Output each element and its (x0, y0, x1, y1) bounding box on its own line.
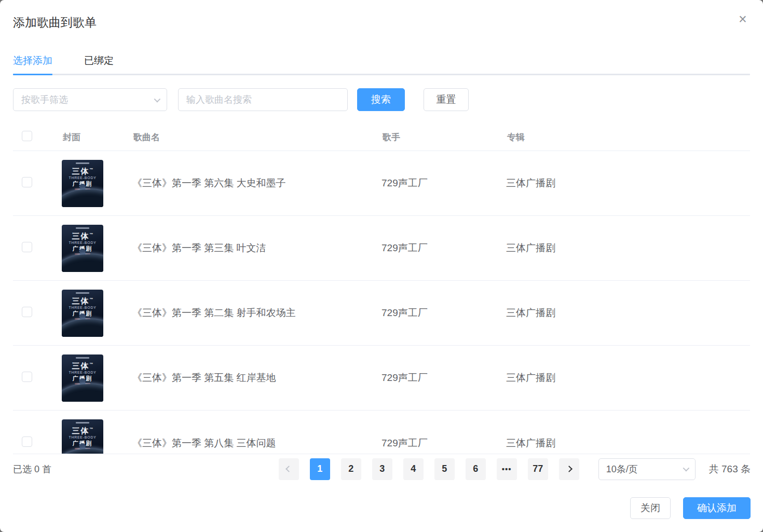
song-search-placeholder: 输入歌曲名搜索 (186, 93, 252, 106)
dialog-title: 添加歌曲到歌单 (13, 15, 748, 30)
tab-select-add[interactable]: 选择添加 (13, 54, 52, 74)
select-all-checkbox[interactable] (22, 131, 32, 141)
tab-list: 选择添加 已绑定 (13, 54, 750, 74)
cover-logo-text: 三体™ (62, 295, 103, 305)
col-header-song: 歌曲名 (132, 131, 382, 143)
next-page-button[interactable] (559, 458, 579, 480)
tab-bar: 选择添加 已绑定 (0, 54, 763, 74)
cover-english-text: THREE-BODY (65, 175, 100, 180)
cover-planet-graphic (62, 384, 103, 402)
selected-count-text: 已选 0 首 (13, 463, 51, 475)
artist-name: 729声工厂 (382, 306, 506, 320)
page-button-5[interactable]: 5 (434, 458, 455, 480)
list-footer: 已选 0 首 123456•••77 10条/页 共 763 条 (0, 454, 763, 484)
row-checkbox[interactable] (22, 372, 32, 382)
cover-english-text: THREE-BODY (65, 435, 100, 440)
table-header: 封面 歌曲名 歌手 专辑 (13, 124, 750, 151)
album-name: 三体广播剧 (506, 176, 750, 190)
album-name: 三体广播剧 (506, 371, 750, 385)
cover-top-decoration (76, 227, 89, 229)
table-row: 三体™ THREE-BODY 广播剧 《三体》第一季 第五集 红岸基地 729声… (13, 346, 750, 411)
album-cover-image: 三体™ THREE-BODY 广播剧 (62, 290, 103, 337)
total-count-text: 共 763 条 (709, 462, 751, 476)
pagination: 123456•••77 (279, 458, 579, 480)
cover-planet-graphic (62, 254, 103, 272)
song-name: 《三体》第一季 第三集 叶文洁 (132, 241, 382, 255)
page-button-2[interactable]: 2 (341, 458, 361, 480)
song-name: 《三体》第一季 第二集 射手和农场主 (132, 306, 382, 320)
artist-name: 729声工厂 (382, 176, 506, 190)
col-header-album: 专辑 (506, 131, 750, 143)
col-header-artist: 歌手 (382, 131, 506, 143)
song-name: 《三体》第一季 第八集 三体问题 (132, 436, 382, 450)
artist-filter-select[interactable]: 按歌手筛选 (13, 88, 167, 111)
table-row: 三体™ THREE-BODY 广播剧 《三体》第一季 第八集 三体问题 729声… (13, 411, 750, 454)
table-body: 三体™ THREE-BODY 广播剧 《三体》第一季 第六集 大史和墨子 729… (13, 151, 750, 454)
close-button[interactable]: 关闭 (630, 497, 671, 519)
row-checkbox[interactable] (22, 177, 32, 187)
chevron-down-icon (154, 96, 161, 102)
artist-name: 729声工厂 (382, 371, 506, 385)
cover-top-decoration (76, 357, 89, 359)
cover-logo-text: 三体™ (62, 425, 103, 435)
cover-english-text: THREE-BODY (65, 305, 100, 309)
song-name: 《三体》第一季 第五集 红岸基地 (132, 371, 382, 385)
close-icon[interactable]: × (735, 11, 751, 27)
page-button-1[interactable]: 1 (310, 458, 330, 480)
page-button-6[interactable]: 6 (466, 458, 486, 480)
table-row: 三体™ THREE-BODY 广播剧 《三体》第一季 第六集 大史和墨子 729… (13, 151, 750, 216)
tab-underline-track (13, 74, 750, 75)
prev-page-button[interactable] (279, 458, 299, 480)
cover-planet-graphic (62, 189, 103, 207)
col-header-cover: 封面 (62, 131, 132, 143)
reset-button[interactable]: 重置 (424, 88, 469, 111)
filter-row: 按歌手筛选 输入歌曲名搜索 搜索 重置 (0, 88, 763, 111)
row-checkbox[interactable] (22, 242, 32, 252)
cover-english-text: THREE-BODY (65, 240, 100, 244)
album-name: 三体广播剧 (506, 436, 750, 450)
add-song-dialog: { "dialog": { "title": "添加歌曲到歌单" }, "tab… (0, 0, 763, 532)
tab-bound[interactable]: 已绑定 (84, 54, 114, 74)
search-button[interactable]: 搜索 (357, 88, 405, 111)
chevron-right-icon (566, 466, 573, 472)
table-row: 三体™ THREE-BODY 广播剧 《三体》第一季 第二集 射手和农场主 72… (13, 281, 750, 346)
dialog-actions: 关闭 确认添加 (0, 497, 763, 519)
more-pages-button[interactable]: ••• (497, 458, 517, 480)
song-name: 《三体》第一季 第六集 大史和墨子 (132, 176, 382, 190)
album-cover-image: 三体™ THREE-BODY 广播剧 (62, 354, 103, 402)
album-cover-image: 三体™ THREE-BODY 广播剧 (62, 419, 103, 454)
cover-logo-text: 三体™ (62, 360, 103, 370)
chevron-down-icon (683, 465, 689, 472)
row-checkbox[interactable] (22, 436, 32, 447)
confirm-add-button[interactable]: 确认添加 (683, 497, 751, 519)
cover-logo-text: 三体™ (62, 230, 103, 240)
album-cover-image: 三体™ THREE-BODY 广播剧 (62, 160, 103, 207)
chevron-left-icon (285, 466, 292, 472)
artist-name: 729声工厂 (382, 241, 506, 255)
album-cover-image: 三体™ THREE-BODY 广播剧 (62, 225, 103, 272)
song-search-input[interactable]: 输入歌曲名搜索 (178, 88, 348, 111)
page-size-select[interactable]: 10条/页 (598, 458, 696, 480)
cover-top-decoration (76, 422, 89, 424)
cover-top-decoration (76, 292, 89, 294)
cover-english-text: THREE-BODY (65, 370, 100, 374)
album-name: 三体广播剧 (506, 306, 750, 320)
cover-planet-graphic (62, 449, 103, 454)
song-table: 封面 歌曲名 歌手 专辑 三体™ THREE-BODY 广播剧 《三体》第一季 … (0, 124, 763, 454)
dialog-header: 添加歌曲到歌单 × (0, 0, 763, 30)
artist-name: 729声工厂 (382, 436, 506, 450)
page-button-4[interactable]: 4 (403, 458, 424, 480)
page-button-3[interactable]: 3 (372, 458, 392, 480)
artist-filter-placeholder: 按歌手筛选 (21, 93, 68, 106)
cover-logo-text: 三体™ (62, 165, 103, 175)
cover-top-decoration (76, 162, 89, 164)
page-size-value: 10条/页 (606, 463, 638, 475)
cover-planet-graphic (62, 319, 103, 337)
table-row: 三体™ THREE-BODY 广播剧 《三体》第一季 第三集 叶文洁 729声工… (13, 216, 750, 281)
page-button-77[interactable]: 77 (528, 458, 548, 480)
row-checkbox[interactable] (22, 307, 32, 317)
album-name: 三体广播剧 (506, 241, 750, 255)
